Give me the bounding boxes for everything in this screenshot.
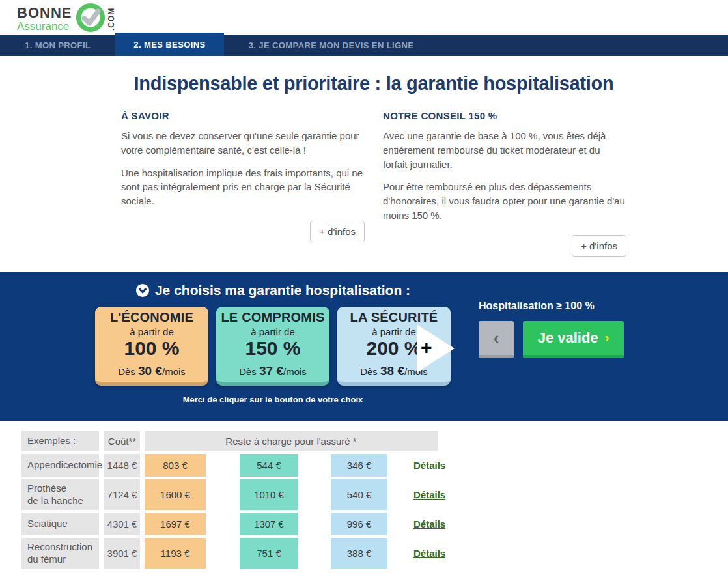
back-button[interactable]: ‹ bbox=[479, 321, 514, 358]
selection-panel: Hospitalisation ≥ 100 % ‹ Je valide › bbox=[479, 300, 628, 358]
details-link[interactable]: Détails bbox=[413, 548, 445, 559]
chevron-left-icon: ‹ bbox=[494, 328, 499, 348]
chevron-right-icon: › bbox=[605, 330, 609, 345]
brand-tld: .COM bbox=[107, 5, 116, 33]
guarantee-cards-row: L'ÉCONOMIE à partir de 100 % Dès 30 €/mo… bbox=[95, 307, 451, 386]
examples-table: Exemples : Coût** Reste à charge pour l'… bbox=[0, 421, 728, 569]
card-securite-price: Dès 38 €/mois bbox=[360, 364, 428, 378]
header-examples: Exemples : bbox=[21, 431, 99, 451]
a-savoir-heading: À SAVOIR bbox=[121, 110, 365, 121]
header-cost: Coût** bbox=[104, 431, 140, 451]
a-savoir-paragraph-1: Si vous ne devez conserver qu'une seule … bbox=[121, 129, 365, 158]
table-row: Appendicectomie 1448 € 803 € 544 € 346 €… bbox=[21, 454, 728, 477]
card-compromis-price: Dès 37 €/mois bbox=[239, 364, 307, 378]
row-value-securite: 996 € bbox=[331, 513, 387, 535]
brand-name-top: BONNE bbox=[17, 6, 72, 20]
card-compromis[interactable]: LE COMPROMIS à partir de 150 % Dès 37 €/… bbox=[216, 307, 329, 386]
row-label: Appendicectomie bbox=[21, 454, 99, 477]
a-savoir-paragraph-2: Une hospitalisation implique des frais i… bbox=[121, 166, 365, 208]
table-row: Prothèse de la hanche 7124 € 1600 € 1010… bbox=[21, 479, 728, 510]
row-label: Prothèse de la hanche bbox=[21, 479, 99, 510]
top-header: BONNE Assurance .COM bbox=[0, 0, 728, 35]
row-value-economie: 803 € bbox=[145, 454, 206, 477]
card-economie-price: Dès 30 €/mois bbox=[118, 364, 186, 378]
row-value-compromis: 751 € bbox=[240, 538, 298, 569]
row-value-compromis: 544 € bbox=[240, 454, 298, 477]
page-title: Indispensable et prioritaire : la garant… bbox=[121, 73, 626, 94]
checkmark-circle-icon bbox=[76, 3, 105, 35]
row-cost: 3901 € bbox=[104, 538, 140, 569]
notre-conseil-heading: NOTRE CONSEIL 150 % bbox=[383, 110, 626, 121]
row-value-securite: 388 € bbox=[331, 538, 387, 569]
row-label: Reconstruction du fémur bbox=[21, 538, 99, 569]
brand-logo-text: BONNE Assurance bbox=[17, 6, 72, 32]
card-compromis-percent: 150 % bbox=[245, 337, 300, 359]
row-cost: 1448 € bbox=[104, 454, 140, 477]
table-row: Reconstruction du fémur 3901 € 1193 € 75… bbox=[21, 538, 728, 569]
details-link[interactable]: Détails bbox=[413, 489, 445, 500]
column-notre-conseil: NOTRE CONSEIL 150 % Avec une garantie de… bbox=[383, 110, 626, 257]
card-economie[interactable]: L'ÉCONOMIE à partir de 100 % Dès 30 €/mo… bbox=[95, 307, 208, 386]
chooser-note: Merci de cliquer sur le bouton de votre … bbox=[95, 395, 451, 404]
row-value-compromis: 1010 € bbox=[240, 479, 298, 510]
table-row: Sciatique 4301 € 1697 € 1307 € 996 € Dét… bbox=[21, 513, 728, 535]
guarantee-chooser-section: Je choisis ma garantie hospitalisation :… bbox=[0, 272, 728, 421]
row-value-securite: 540 € bbox=[331, 479, 387, 510]
card-securite-name: LA SÉCURITÉ bbox=[350, 310, 438, 325]
step-navigation: 1. MON PROFIL 2. MES BESOINS 3. JE COMPA… bbox=[0, 35, 728, 56]
card-compromis-name: LE COMPROMIS bbox=[221, 310, 324, 325]
table-header-row: Exemples : Coût** Reste à charge pour l'… bbox=[21, 431, 728, 451]
details-link[interactable]: Détails bbox=[413, 460, 445, 471]
brand-name-bottom: Assurance bbox=[17, 21, 72, 32]
row-cost: 4301 € bbox=[104, 513, 140, 535]
column-a-savoir: À SAVOIR Si vous ne devez conserver qu'u… bbox=[121, 110, 365, 257]
card-economie-prefix: à partir de bbox=[130, 326, 174, 337]
card-securite-percent: 200 % bbox=[366, 337, 421, 359]
selection-label: Hospitalisation ≥ 100 % bbox=[479, 300, 628, 312]
intro-section: Indispensable et prioritaire : la garant… bbox=[0, 56, 728, 272]
row-value-economie: 1697 € bbox=[145, 513, 206, 535]
details-link[interactable]: Détails bbox=[413, 518, 445, 529]
row-label: Sciatique bbox=[21, 513, 99, 535]
infos-button-right[interactable]: + d'infos bbox=[572, 235, 626, 257]
validate-button[interactable]: Je valide › bbox=[523, 321, 624, 358]
footnotes-section: *Le reste à charge, c'est ce qu'il vous … bbox=[0, 571, 728, 577]
card-compromis-prefix: à partir de bbox=[251, 326, 295, 337]
row-value-compromis: 1307 € bbox=[240, 513, 298, 535]
card-securite[interactable]: LA SÉCURITÉ à partir de 200 % Dès 38 €/m… bbox=[337, 307, 451, 386]
notre-conseil-paragraph-1: Avec une garantie de base à 100 %, vous … bbox=[383, 129, 626, 171]
chooser-heading: Je choisis ma garantie hospitalisation : bbox=[95, 283, 451, 298]
row-value-economie: 1193 € bbox=[145, 538, 206, 569]
card-economie-percent: 100 % bbox=[124, 337, 179, 359]
header-remainder: Reste à charge pour l'assuré * bbox=[145, 431, 438, 451]
tab-je-compare[interactable]: 3. JE COMPARE MON DEVIS EN LIGNE bbox=[224, 35, 439, 56]
row-value-securite: 346 € bbox=[331, 454, 387, 477]
infos-button-left[interactable]: + d'infos bbox=[310, 221, 365, 242]
row-cost: 7124 € bbox=[104, 479, 140, 510]
validate-button-label: Je valide bbox=[538, 330, 598, 346]
card-economie-name: L'ÉCONOMIE bbox=[110, 310, 193, 325]
card-securite-prefix: à partir de bbox=[372, 326, 416, 337]
chevron-down-circle-icon bbox=[135, 283, 150, 298]
row-value-economie: 1600 € bbox=[145, 479, 206, 510]
tab-mes-besoins[interactable]: 2. MES BESOINS bbox=[115, 33, 223, 56]
tab-mon-profil[interactable]: 1. MON PROFIL bbox=[0, 35, 115, 56]
brand-logo[interactable]: BONNE Assurance .COM bbox=[17, 3, 116, 35]
notre-conseil-paragraph-2: Pour être remboursé en plus des dépassem… bbox=[383, 180, 626, 222]
chooser-heading-label: Je choisis ma garantie hospitalisation : bbox=[155, 283, 410, 298]
